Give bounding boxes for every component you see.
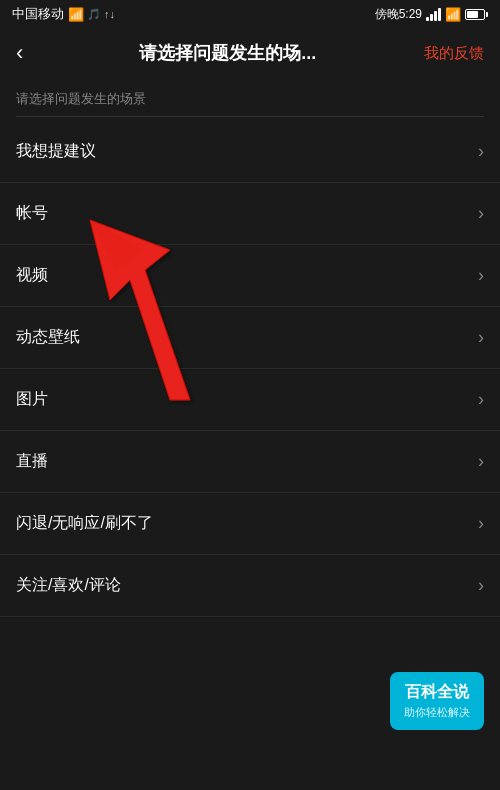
- chevron-icon-1: ›: [478, 203, 484, 224]
- battery-icon: [465, 9, 488, 20]
- page-title: 请选择问题发生的场...: [31, 41, 424, 65]
- status-right: 傍晚5:29 📶: [375, 6, 488, 23]
- menu-item-label-2: 视频: [16, 265, 48, 286]
- clock-icon: 傍晚5:29: [375, 6, 422, 23]
- nav-bar: ‹ 请选择问题发生的场... 我的反馈: [0, 28, 500, 78]
- menu-item-label-1: 帐号: [16, 203, 48, 224]
- chevron-icon-7: ›: [478, 575, 484, 596]
- chevron-icon-6: ›: [478, 513, 484, 534]
- menu-item-label-3: 动态壁纸: [16, 327, 80, 348]
- tooltip-subtitle: 助你轻松解决: [404, 705, 470, 720]
- my-feedback-button[interactable]: 我的反馈: [424, 44, 484, 63]
- chevron-icon-5: ›: [478, 451, 484, 472]
- status-icons: 📶 🎵 ↑↓: [68, 7, 115, 22]
- chevron-icon-0: ›: [478, 141, 484, 162]
- menu-list: 我想提建议›帐号›视频›动态壁纸›图片›直播›闪退/无响应/刷不了›关注/喜欢/…: [0, 121, 500, 617]
- menu-item-5[interactable]: 直播›: [0, 431, 500, 493]
- menu-item-6[interactable]: 闪退/无响应/刷不了›: [0, 493, 500, 555]
- chevron-icon-2: ›: [478, 265, 484, 286]
- menu-item-1[interactable]: 帐号›: [0, 183, 500, 245]
- signal-icon: [426, 7, 441, 21]
- wifi-icon: 📶: [445, 7, 461, 22]
- tooltip-widget[interactable]: 百科全说 助你轻松解决: [390, 672, 484, 730]
- menu-item-label-0: 我想提建议: [16, 141, 96, 162]
- divider-top: [16, 116, 484, 117]
- menu-item-4[interactable]: 图片›: [0, 369, 500, 431]
- back-button[interactable]: ‹: [16, 36, 31, 70]
- menu-item-0[interactable]: 我想提建议›: [0, 121, 500, 183]
- menu-item-7[interactable]: 关注/喜欢/评论›: [0, 555, 500, 617]
- chevron-icon-4: ›: [478, 389, 484, 410]
- menu-item-3[interactable]: 动态壁纸›: [0, 307, 500, 369]
- status-bar: 中国移动 📶 🎵 ↑↓ 傍晚5:29 📶: [0, 0, 500, 28]
- menu-item-2[interactable]: 视频›: [0, 245, 500, 307]
- subtitle-text: 请选择问题发生的场景: [0, 78, 500, 116]
- chevron-icon-3: ›: [478, 327, 484, 348]
- tooltip-title: 百科全说: [404, 682, 470, 703]
- menu-item-label-7: 关注/喜欢/评论: [16, 575, 121, 596]
- menu-item-label-5: 直播: [16, 451, 48, 472]
- carrier-label: 中国移动 📶 🎵 ↑↓: [12, 5, 115, 23]
- menu-item-label-6: 闪退/无响应/刷不了: [16, 513, 153, 534]
- menu-item-label-4: 图片: [16, 389, 48, 410]
